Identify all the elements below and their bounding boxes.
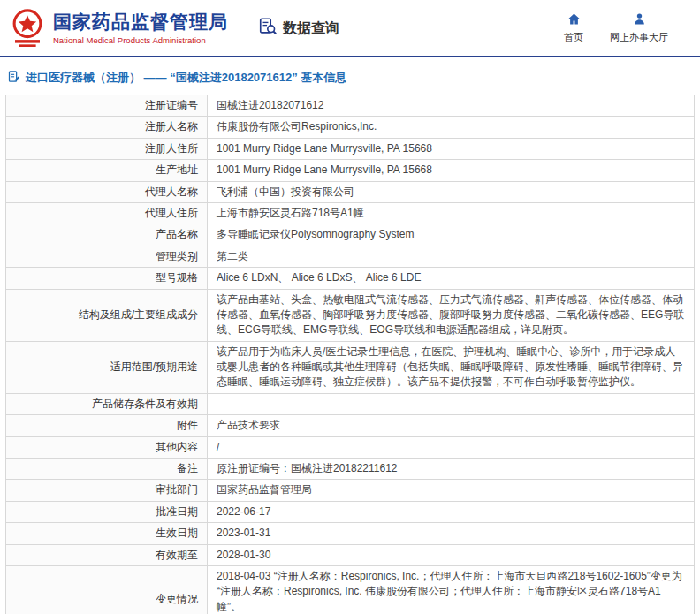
agency-name-block: 国家药品监督管理局 National Medical Products Admi… (53, 11, 228, 44)
field-label: 适用范围/预期用途 (6, 341, 208, 393)
table-row: 审批部门 国家药品监督管理局 (6, 480, 695, 501)
field-label: 管理类别 (6, 246, 208, 267)
field-value: 1001 Murry Ridge Lane Murrysville, PA 15… (208, 160, 695, 181)
agency-name-en: National Medical Products Administration (53, 35, 228, 45)
search-document-icon (258, 17, 278, 40)
field-label: 代理人住所 (6, 202, 208, 224)
field-value: 1001 Murry Ridge Lane Murrysville, PA 15… (208, 138, 695, 159)
field-label: 注册证编号 (6, 95, 208, 117)
field-label: 生产地址 (6, 160, 208, 181)
table-row: 生效日期 2023-01-31 (6, 523, 695, 544)
page-title: 进口医疗器械（注册） —— “国械注进20182071612” 基本信息 (0, 57, 700, 95)
nav-hall-label: 网上办事大厅 (610, 31, 668, 44)
table-row: 产品储存条件及有效期 (6, 393, 695, 414)
data-query-section[interactable]: 数据查询 (258, 17, 339, 40)
table-row: 代理人住所 上海市静安区灵石路718号A1幢 (6, 202, 695, 224)
field-label: 其他内容 (6, 436, 208, 458)
table-row: 管理类别 第二类 (6, 246, 695, 267)
field-label: 注册人住所 (6, 138, 208, 159)
field-value: 多导睡眠记录仪Polysomnography System (208, 224, 695, 246)
field-label: 产品储存条件及有效期 (6, 393, 208, 414)
table-row: 生产地址 1001 Murry Ridge Lane Murrysville, … (6, 160, 695, 181)
field-label: 附件 (6, 415, 208, 436)
field-value: Alice 6 LDxN、 Alice 6 LDxS、 Alice 6 LDE (208, 268, 695, 289)
field-label: 有效期至 (6, 544, 208, 565)
field-value: / (208, 436, 695, 458)
field-value: 产品技术要求 (208, 415, 695, 436)
table-row: 变更情况 2018-04-03 “注册人名称：Respironics, Inc.… (6, 565, 695, 614)
table-row: 批准日期 2022-06-17 (6, 501, 695, 522)
field-label: 生效日期 (6, 523, 208, 544)
field-label: 代理人名称 (6, 181, 208, 202)
nav-home-label: 首页 (564, 31, 583, 44)
agency-name-cn: 国家药品监督管理局 (53, 11, 228, 32)
table-row: 有效期至 2028-01-30 (6, 544, 695, 565)
field-value: 伟康股份有限公司Respironics,Inc. (208, 117, 695, 138)
nav-item-home[interactable]: 首页 (564, 12, 583, 44)
data-query-label: 数据查询 (283, 19, 339, 38)
field-value: 2022-06-17 (208, 501, 695, 522)
field-label: 批准日期 (6, 501, 208, 522)
field-label: 变更情况 (6, 565, 208, 614)
field-label: 结构及组成/主要组成成分 (6, 289, 208, 341)
table-row: 产品名称 多导睡眠记录仪Polysomnography System (6, 224, 695, 246)
table-row: 结构及组成/主要组成成分 该产品由基站、头盒、热敏电阻式气流传感器、压力式气流传… (6, 289, 695, 341)
table-row: 注册人名称 伟康股份有限公司Respironics,Inc. (6, 117, 695, 138)
table-row: 注册人住所 1001 Murry Ridge Lane Murrysville,… (6, 138, 695, 159)
table-row: 附件 产品技术要求 (6, 415, 695, 436)
document-icon (7, 70, 20, 86)
field-value (208, 393, 695, 414)
field-label: 备注 (6, 459, 208, 480)
field-value: 第二类 (208, 246, 695, 267)
table-row: 备注 原注册证编号：国械注进20182211612 (6, 459, 695, 480)
header-nav: 首页 网上办事大厅 (564, 12, 668, 44)
field-value: 国械注进20182071612 (208, 95, 695, 117)
registration-info-table: 注册证编号 国械注进20182071612 注册人名称 伟康股份有限公司Resp… (5, 95, 695, 614)
field-value: 2028-01-30 (208, 544, 695, 565)
national-emblem-logo (9, 8, 46, 49)
agency-brand: 国家药品监督管理局 National Medical Products Admi… (9, 8, 228, 49)
field-value: 原注册证编号：国械注进20182211612 (208, 459, 695, 480)
field-value: 2023-01-31 (208, 523, 695, 544)
field-label: 型号规格 (6, 268, 208, 289)
field-label: 审批部门 (6, 480, 208, 501)
user-icon (633, 12, 646, 27)
field-value: 该产品由基站、头盒、热敏电阻式气流传感器、压力式气流传感器、鼾声传感器、体位传感… (208, 289, 695, 341)
field-value: 2018-04-03 “注册人名称：Respironics, Inc.；代理人住… (208, 565, 695, 614)
field-label: 产品名称 (6, 224, 208, 246)
field-label: 注册人名称 (6, 117, 208, 138)
table-row: 型号规格 Alice 6 LDxN、 Alice 6 LDxS、 Alice 6… (6, 268, 695, 289)
table-row: 适用范围/预期用途 该产品用于为临床人员/医生记录生理信息，在医院、护理机构、睡… (6, 341, 695, 393)
page-title-text: 进口医疗器械（注册） —— “国械注进20182071612” 基本信息 (26, 70, 346, 86)
header: 国家药品监督管理局 National Medical Products Admi… (0, 0, 700, 56)
field-value: 上海市静安区灵石路718号A1幢 (208, 202, 695, 224)
field-value: 飞利浦（中国）投资有限公司 (208, 181, 695, 202)
nav-item-service-hall[interactable]: 网上办事大厅 (610, 12, 668, 44)
table-row: 代理人名称 飞利浦（中国）投资有限公司 (6, 181, 695, 202)
table-row: 其他内容 / (6, 436, 695, 458)
field-value: 国家药品监督管理局 (208, 480, 695, 501)
table-row: 注册证编号 国械注进20182071612 (6, 95, 695, 117)
home-icon (567, 12, 581, 27)
field-value: 该产品用于为临床人员/医生记录生理信息，在医院、护理机构、睡眠中心、诊所中，用于… (208, 341, 695, 393)
